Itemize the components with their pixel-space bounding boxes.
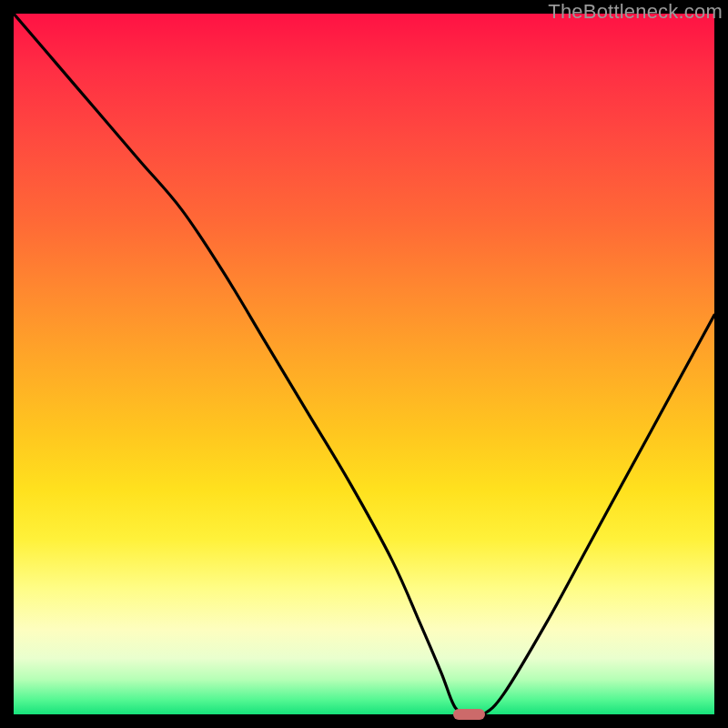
plot-area [14,14,714,714]
watermark-text: TheBottleneck.com [548,0,723,24]
optimal-marker [453,709,485,720]
chart-frame: TheBottleneck.com [0,0,728,728]
bottleneck-curve [14,14,714,714]
